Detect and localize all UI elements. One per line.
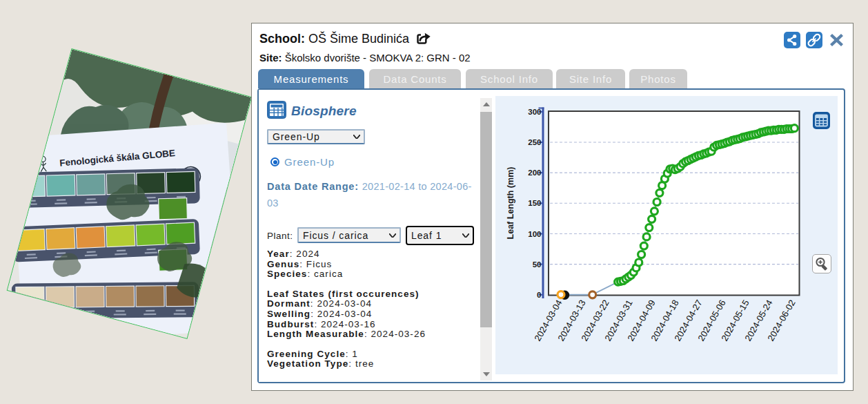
- svg-text:250: 250: [528, 138, 541, 146]
- svg-text:50: 50: [533, 260, 542, 269]
- svg-text:0: 0: [537, 291, 541, 299]
- svg-text:200: 200: [528, 169, 541, 177]
- svg-text:100: 100: [528, 230, 541, 238]
- svg-text:300: 300: [528, 108, 541, 116]
- svg-text:Leaf Length (mm): Leaf Length (mm): [506, 167, 515, 240]
- svg-text:150: 150: [528, 199, 541, 207]
